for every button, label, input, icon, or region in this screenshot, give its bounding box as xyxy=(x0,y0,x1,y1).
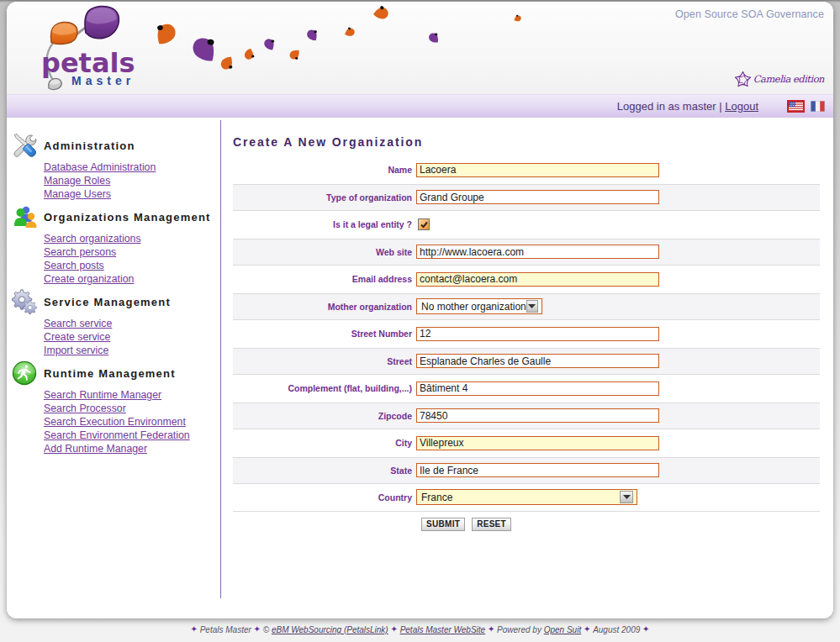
form-row: City xyxy=(233,429,820,457)
input-city[interactable] xyxy=(416,436,659,450)
form-row: Name xyxy=(233,156,820,184)
checkbox-legal-entity[interactable] xyxy=(418,218,430,230)
footer-link[interactable]: Open Suit xyxy=(544,625,581,634)
dropdown-arrow-icon xyxy=(526,300,538,313)
footer: ✦ Petals Master ✦ © eBM WebSourcing (Pet… xyxy=(0,625,840,634)
sidebar-link[interactable]: Search Processor xyxy=(44,403,126,414)
sidebar-links: Search organizationsSearch personsSearch… xyxy=(44,232,220,286)
field-value xyxy=(416,408,659,423)
field-label: Email address xyxy=(233,274,412,284)
gears-icon xyxy=(12,289,37,314)
form-row: Complement (flat, building,...) xyxy=(233,375,820,403)
form-row: Web site xyxy=(233,239,820,266)
sidebar-link-item: Create service xyxy=(44,330,220,344)
petal-icon xyxy=(263,38,275,53)
input-name[interactable] xyxy=(416,163,659,177)
field-value xyxy=(416,327,659,341)
sidebar-link-item: Search posts xyxy=(44,259,220,272)
petal-icon xyxy=(375,7,388,24)
us-flag-button[interactable] xyxy=(787,100,805,113)
reset-button[interactable]: RESET xyxy=(472,518,511,531)
field-label: Name xyxy=(233,165,412,175)
input-complement-flat-building[interactable] xyxy=(416,382,659,396)
petal-icon xyxy=(244,48,254,63)
input-street-number[interactable] xyxy=(416,327,659,341)
sidebar-section-head: Service Management xyxy=(12,288,220,315)
diamond-icon: ✦ xyxy=(191,624,200,634)
form-actions: SUBMIT RESET xyxy=(421,518,833,531)
app-window: petals Master Open Source SOA Governance… xyxy=(7,2,833,618)
sidebar-link[interactable]: Import service xyxy=(44,345,108,356)
sidebar-section-head: Runtime Management xyxy=(12,360,220,387)
sidebar-link[interactable]: Search Environment Federation xyxy=(44,429,190,441)
field-label: City xyxy=(233,438,412,448)
sidebar-link[interactable]: Search Execution Environment xyxy=(44,416,186,428)
sidebar-section-title: Administration xyxy=(44,139,135,152)
input-zipcode[interactable] xyxy=(416,408,659,423)
sidebar-link[interactable]: Create organization xyxy=(44,273,134,285)
field-label: State xyxy=(233,466,412,476)
field-value xyxy=(416,463,659,477)
field-value xyxy=(416,163,659,177)
sidebar-link-item: Import service xyxy=(44,344,220,357)
diamond-icon: ✦ xyxy=(388,624,400,634)
header: petals Master Open Source SOA Governance… xyxy=(7,2,833,94)
field-value xyxy=(416,190,659,204)
field-label: Complement (flat, building,...) xyxy=(233,383,412,393)
footer-item: Petals Master WebSite xyxy=(400,625,486,634)
petal-icon xyxy=(220,57,233,73)
field-value: No mother organization xyxy=(416,298,542,314)
separator: | xyxy=(719,100,721,113)
brand-sub-text: Master xyxy=(71,74,135,87)
sidebar-link[interactable]: Manage Roles xyxy=(44,175,110,187)
login-status: Logged in as master | Logout xyxy=(617,100,758,113)
footer-item: August 2009 xyxy=(593,625,640,634)
select-value: No mother organization xyxy=(421,301,526,313)
form-row: Email address xyxy=(233,266,820,293)
field-label: Street Number xyxy=(233,329,412,339)
field-label: Zipcode xyxy=(233,411,412,421)
sidebar-link-item: Search Runtime Manager xyxy=(44,388,220,402)
diamond-icon: ✦ xyxy=(485,624,497,634)
sidebar-link[interactable]: Search organizations xyxy=(44,233,141,245)
footer-item: Powered by Open Suit xyxy=(497,625,581,634)
input-type-of-organization[interactable] xyxy=(416,190,659,204)
field-label: Is it a legal entity ? xyxy=(233,219,412,229)
camelia-edition-badge: Camelia edition xyxy=(734,69,824,88)
sidebar-link[interactable]: Search service xyxy=(44,318,112,329)
sidebar-link[interactable]: Manage Users xyxy=(44,188,111,200)
sidebar-link[interactable]: Search Runtime Manager xyxy=(44,389,161,401)
form-row: State xyxy=(233,457,820,485)
field-value xyxy=(416,245,659,259)
main-panel: Create A New Organization NameType of or… xyxy=(220,118,833,531)
input-web-site[interactable] xyxy=(416,245,659,259)
input-street[interactable] xyxy=(416,354,659,368)
sidebar-link-item: Database Administration xyxy=(44,160,220,174)
sidebar-link[interactable]: Search posts xyxy=(44,260,104,271)
select-mother-organization[interactable]: No mother organization xyxy=(416,298,542,314)
sidebar-link[interactable]: Add Runtime Manager xyxy=(44,443,147,455)
sidebar-link[interactable]: Search persons xyxy=(44,246,116,258)
sidebar-link[interactable]: Create service xyxy=(44,331,110,343)
sidebar-link-item: Manage Roles xyxy=(44,174,220,187)
sidebar-link-item: Search Processor xyxy=(44,402,220,415)
field-label: Country xyxy=(233,492,412,503)
submit-button[interactable]: SUBMIT xyxy=(421,518,465,531)
sidebar-link[interactable]: Database Administration xyxy=(44,161,156,173)
runner-icon xyxy=(12,360,37,386)
field-value xyxy=(416,272,659,287)
logout-link[interactable]: Logout xyxy=(725,100,758,113)
sidebar-link-item: Create organization xyxy=(44,272,220,286)
field-label: Mother organization xyxy=(233,302,412,312)
footer-link[interactable]: Petals Master WebSite xyxy=(400,625,486,634)
sidebar-link-item: Search persons xyxy=(44,245,220,259)
select-country[interactable]: France xyxy=(416,489,637,505)
petal-icon xyxy=(306,29,318,44)
login-bar: Logged in as master | Logout xyxy=(7,94,833,118)
camelia-flower-icon xyxy=(734,69,752,88)
footer-link[interactable]: eBM WebSourcing (PetalsLink) xyxy=(272,625,388,634)
input-state[interactable] xyxy=(416,463,659,477)
fr-flag-button[interactable] xyxy=(811,101,825,112)
petal-icon xyxy=(156,24,177,47)
input-email-address[interactable] xyxy=(416,272,659,287)
